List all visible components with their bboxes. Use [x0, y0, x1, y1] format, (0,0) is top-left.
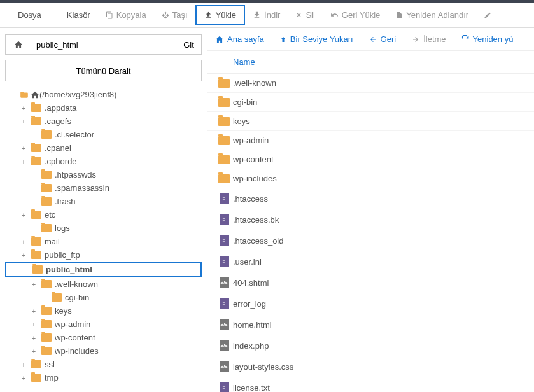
tree-node-tmp[interactable]: +tmp	[5, 371, 202, 384]
tree-toggle-icon[interactable]: +	[19, 104, 28, 112]
tree-label: logs	[55, 223, 70, 233]
file-list-header[interactable]: Name	[207, 51, 534, 74]
nav-ana-sayfa-button[interactable]: Ana sayfa	[215, 34, 264, 44]
tree-toggle-icon[interactable]: +	[19, 144, 28, 152]
file-row[interactable]: .well-known	[207, 74, 534, 93]
tree-toggle-icon[interactable]: +	[19, 211, 28, 219]
folder-icon	[31, 104, 41, 112]
tree-node-spamassassin[interactable]: .spamassassin	[5, 181, 202, 195]
tree-toggle-icon[interactable]: +	[29, 334, 38, 342]
folder-icon	[218, 79, 230, 88]
tree-toggle-icon[interactable]: +	[19, 238, 28, 246]
tree-label: public_html	[46, 265, 92, 274]
tree-toggle-icon[interactable]: +	[19, 251, 28, 259]
file-row[interactable]: ≡.htaccess	[207, 188, 534, 209]
file-name: license.txt	[233, 383, 534, 393]
tree-node-htpasswds[interactable]: .htpasswds	[5, 168, 202, 181]
tree-node-appdata[interactable]: +.appdata	[5, 101, 202, 115]
main-toolbar: DosyaKlasörKopyalaTaşıYükleİndirSilGeri …	[0, 3, 534, 28]
path-row: Git	[5, 34, 202, 55]
toolbar-label: Yükle	[216, 10, 237, 20]
tree-node-wellknown[interactable]: +.well-known	[5, 277, 202, 291]
file-row[interactable]: ≡license.txt	[207, 377, 534, 392]
tree-toggle-icon[interactable]: +	[29, 321, 38, 328]
file-row[interactable]: ≡.user.ini	[207, 251, 534, 272]
tree-node-ssl[interactable]: +ssl	[5, 358, 202, 371]
tree-node-trash[interactable]: .trash	[5, 195, 202, 208]
tree-toggle-icon[interactable]: +	[29, 307, 38, 315]
tree-node-cagefs[interactable]: +.cagefs	[5, 115, 202, 128]
toolbar-dosya-button[interactable]: Dosya	[0, 5, 49, 25]
tree-node-wpcontent[interactable]: +wp-content	[5, 331, 202, 344]
file-icon-cell: ≡	[215, 235, 233, 246]
tree-node-keys[interactable]: +keys	[5, 304, 202, 318]
nav-bir-seviye-yukarı-button[interactable]: Bir Seviye Yukarı	[279, 34, 353, 44]
collapse-all-button[interactable]: Tümünü Daralt	[5, 60, 202, 81]
folder-icon	[31, 360, 41, 368]
tree-toggle-icon[interactable]: +	[19, 361, 28, 368]
folder-open-icon	[19, 90, 29, 99]
tree-node-cgibin[interactable]: cgi-bin	[5, 291, 202, 304]
tree-toggle-icon[interactable]: +	[29, 347, 38, 355]
folder-icon	[41, 171, 52, 179]
file-row[interactable]: wp-admin	[207, 131, 534, 150]
toolbar-yükle-button[interactable]: Yükle	[195, 5, 246, 25]
tree-node-mail[interactable]: +mail	[5, 235, 202, 248]
nav-yeniden-yü-button[interactable]: Yeniden yü	[461, 34, 514, 44]
code-file-icon: </>	[220, 277, 229, 288]
tree-node-homexvg293jienf8[interactable]: −(/home/xvg293jienf8)	[5, 88, 202, 101]
folder-tree: −(/home/xvg293jienf8)+.appdata+.cagefs.c…	[5, 88, 202, 384]
path-input[interactable]	[31, 34, 176, 55]
folder-icon	[218, 136, 230, 145]
tree-toggle-icon[interactable]: −	[20, 266, 29, 274]
file-row[interactable]: </>index.php	[207, 335, 534, 356]
nav-label: İletme	[423, 34, 446, 44]
tree-toggle-icon[interactable]: +	[29, 281, 38, 288]
tree-node-cphorde[interactable]: +.cphorde	[5, 155, 202, 168]
folder-icon	[41, 130, 52, 139]
tree-node-clselector[interactable]: .cl.selector	[5, 128, 202, 141]
file-icon-cell: </>	[215, 340, 233, 351]
file-icon-cell: ≡	[215, 382, 233, 392]
tree-toggle-icon[interactable]: −	[9, 91, 18, 99]
edit-icon	[484, 11, 491, 19]
sidebar: Git Tümünü Daralt −(/home/xvg293jienf8)+…	[0, 28, 207, 392]
tree-node-wpadmin[interactable]: +wp-admin	[5, 318, 202, 331]
file-icon: ≡	[220, 256, 229, 267]
close-icon	[295, 11, 302, 18]
file-name: wp-admin	[233, 136, 534, 145]
nav-geri-button[interactable]: Geri	[369, 34, 397, 44]
file-icon: ≡	[220, 298, 229, 309]
file-icon-cell: ≡	[215, 256, 233, 267]
tree-label: .cl.selector	[55, 130, 94, 139]
home-button[interactable]	[5, 34, 31, 55]
file-row[interactable]: </>home.html	[207, 314, 534, 335]
toolbar-klasör-button[interactable]: Klasör	[49, 5, 98, 25]
file-row[interactable]: wp-includes	[207, 169, 534, 188]
file-row[interactable]: </>layout-styles.css	[207, 356, 534, 377]
file-row[interactable]: wp-content	[207, 150, 534, 169]
tree-node-wpincludes[interactable]: +wp-includes	[5, 344, 202, 358]
tree-toggle-icon[interactable]: +	[19, 374, 28, 382]
file-row[interactable]: ≡.htaccess_old	[207, 230, 534, 251]
file-row[interactable]: </>404.shtml	[207, 272, 534, 293]
tree-label: public_ftp	[45, 250, 80, 260]
tree-node-publicftp[interactable]: +public_ftp	[5, 248, 202, 262]
column-name[interactable]: Name	[233, 57, 255, 67]
tree-toggle-icon[interactable]: +	[19, 158, 28, 165]
file-row[interactable]: ≡error_log	[207, 293, 534, 314]
tree-toggle-icon[interactable]: +	[19, 118, 28, 125]
go-button[interactable]: Git	[176, 34, 202, 55]
file-name: wp-includes	[233, 174, 534, 183]
folder-icon	[218, 117, 230, 126]
tree-node-logs[interactable]: logs	[5, 221, 202, 235]
home-icon	[14, 40, 23, 49]
tree-node-publichtml[interactable]: −public_html	[5, 262, 202, 277]
tree-node-etc[interactable]: +etc	[5, 208, 202, 221]
tree-node-cpanel[interactable]: +.cpanel	[5, 141, 202, 155]
file-row[interactable]: cgi-bin	[207, 93, 534, 112]
tree-label: .trash	[55, 197, 76, 206]
folder-icon	[41, 320, 52, 328]
file-row[interactable]: keys	[207, 112, 534, 131]
file-row[interactable]: ≡.htaccess.bk	[207, 209, 534, 230]
